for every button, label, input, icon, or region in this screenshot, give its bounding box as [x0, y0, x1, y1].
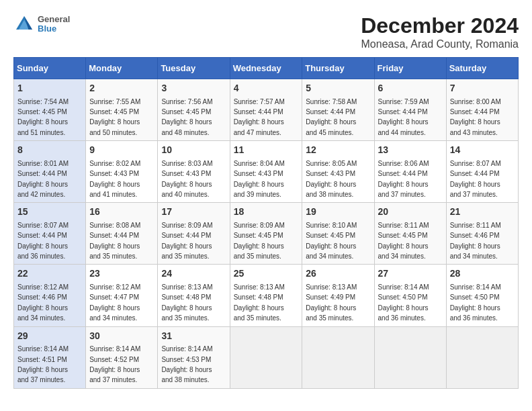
day-number: 31 — [161, 330, 226, 343]
day-info: Sunrise: 8:14 AM Sunset: 4:50 PM Dayligh… — [378, 283, 429, 322]
calendar-day-17: 17Sunrise: 8:09 AM Sunset: 4:44 PM Dayli… — [158, 203, 230, 265]
day-number: 30 — [89, 330, 154, 343]
day-number: 19 — [306, 205, 370, 219]
day-number: 7 — [450, 82, 515, 95]
day-info: Sunrise: 7:59 AM Sunset: 4:44 PM Dayligh… — [378, 98, 429, 136]
day-number: 23 — [89, 267, 154, 281]
calendar-week-2: 8Sunrise: 8:01 AM Sunset: 4:44 PM Daylig… — [14, 141, 519, 203]
day-info: Sunrise: 8:10 AM Sunset: 4:45 PM Dayligh… — [306, 222, 357, 260]
logo-line2: Blue — [38, 24, 70, 34]
calendar-day-3: 3Sunrise: 7:56 AM Sunset: 4:45 PM Daylig… — [158, 79, 230, 141]
day-info: Sunrise: 8:05 AM Sunset: 4:43 PM Dayligh… — [306, 160, 357, 198]
calendar-day-30: 30Sunrise: 8:14 AM Sunset: 4:52 PM Dayli… — [86, 326, 158, 388]
day-number: 14 — [450, 144, 515, 157]
day-number: 2 — [89, 82, 154, 95]
calendar-day-28: 28Sunrise: 8:14 AM Sunset: 4:50 PM Dayli… — [446, 265, 518, 326]
calendar-header-row: SundayMondayTuesdayWednesdayThursdayFrid… — [14, 58, 519, 79]
day-number: 6 — [378, 82, 443, 95]
calendar-week-1: 1Sunrise: 7:54 AM Sunset: 4:45 PM Daylig… — [14, 79, 519, 141]
calendar-day-25: 25Sunrise: 8:13 AM Sunset: 4:48 PM Dayli… — [230, 265, 302, 326]
logo: General Blue — [13, 13, 70, 35]
logo-text: General Blue — [38, 15, 70, 34]
column-header-monday: Monday — [86, 58, 158, 79]
calendar-day-29: 29Sunrise: 8:14 AM Sunset: 4:51 PM Dayli… — [14, 326, 86, 388]
day-number: 3 — [161, 82, 226, 95]
day-number: 28 — [450, 267, 515, 281]
calendar-table: SundayMondayTuesdayWednesdayThursdayFrid… — [13, 57, 519, 389]
day-number: 18 — [234, 205, 299, 219]
day-number: 17 — [161, 205, 226, 219]
day-info: Sunrise: 8:07 AM Sunset: 4:44 PM Dayligh… — [17, 222, 69, 260]
day-number: 27 — [378, 267, 443, 281]
calendar-day-4: 4Sunrise: 7:57 AM Sunset: 4:44 PM Daylig… — [230, 79, 302, 141]
day-info: Sunrise: 8:11 AM Sunset: 4:46 PM Dayligh… — [450, 222, 501, 260]
calendar-day-10: 10Sunrise: 8:03 AM Sunset: 4:43 PM Dayli… — [158, 141, 230, 203]
calendar-day-31: 31Sunrise: 8:14 AM Sunset: 4:53 PM Dayli… — [158, 326, 230, 388]
day-number: 8 — [17, 144, 82, 157]
day-info: Sunrise: 8:12 AM Sunset: 4:46 PM Dayligh… — [17, 283, 69, 322]
empty-cell — [374, 326, 446, 388]
day-info: Sunrise: 8:14 AM Sunset: 4:53 PM Dayligh… — [161, 345, 212, 383]
calendar-day-23: 23Sunrise: 8:12 AM Sunset: 4:47 PM Dayli… — [86, 265, 158, 326]
calendar-day-16: 16Sunrise: 8:08 AM Sunset: 4:44 PM Dayli… — [86, 203, 158, 265]
day-number: 29 — [17, 330, 82, 343]
day-number: 15 — [17, 205, 82, 219]
day-number: 13 — [378, 144, 443, 157]
day-number: 22 — [17, 267, 82, 281]
day-info: Sunrise: 7:56 AM Sunset: 4:45 PM Dayligh… — [161, 98, 212, 136]
day-info: Sunrise: 8:14 AM Sunset: 4:52 PM Dayligh… — [89, 345, 140, 383]
day-info: Sunrise: 8:11 AM Sunset: 4:45 PM Dayligh… — [378, 222, 429, 260]
empty-cell — [230, 326, 302, 388]
day-info: Sunrise: 8:02 AM Sunset: 4:43 PM Dayligh… — [89, 160, 140, 198]
column-header-saturday: Saturday — [446, 58, 518, 79]
calendar-day-22: 22Sunrise: 8:12 AM Sunset: 4:46 PM Dayli… — [14, 265, 86, 326]
day-number: 4 — [234, 82, 299, 95]
calendar-day-27: 27Sunrise: 8:14 AM Sunset: 4:50 PM Dayli… — [374, 265, 446, 326]
day-number: 20 — [378, 205, 443, 219]
day-info: Sunrise: 8:12 AM Sunset: 4:47 PM Dayligh… — [89, 283, 140, 322]
day-number: 12 — [306, 144, 370, 157]
logo-line1: General — [38, 15, 70, 24]
calendar-body: 1Sunrise: 7:54 AM Sunset: 4:45 PM Daylig… — [14, 79, 519, 389]
calendar-day-8: 8Sunrise: 8:01 AM Sunset: 4:44 PM Daylig… — [14, 141, 86, 203]
empty-cell — [446, 326, 518, 388]
calendar-day-11: 11Sunrise: 8:04 AM Sunset: 4:43 PM Dayli… — [230, 141, 302, 203]
calendar-day-6: 6Sunrise: 7:59 AM Sunset: 4:44 PM Daylig… — [374, 79, 446, 141]
empty-cell — [302, 326, 374, 388]
calendar-day-18: 18Sunrise: 8:09 AM Sunset: 4:45 PM Dayli… — [230, 203, 302, 265]
calendar-week-4: 22Sunrise: 8:12 AM Sunset: 4:46 PM Dayli… — [14, 265, 519, 326]
calendar-day-21: 21Sunrise: 8:11 AM Sunset: 4:46 PM Dayli… — [446, 203, 518, 265]
day-info: Sunrise: 7:57 AM Sunset: 4:44 PM Dayligh… — [234, 98, 285, 136]
day-info: Sunrise: 7:58 AM Sunset: 4:44 PM Dayligh… — [306, 98, 357, 136]
title-block: December 2024 Moneasa, Arad County, Roma… — [361, 13, 519, 50]
day-number: 21 — [450, 205, 515, 219]
day-info: Sunrise: 8:13 AM Sunset: 4:48 PM Dayligh… — [234, 283, 285, 322]
page-subtitle: Moneasa, Arad County, Romania — [361, 38, 519, 50]
calendar-day-26: 26Sunrise: 8:13 AM Sunset: 4:49 PM Dayli… — [302, 265, 374, 326]
column-header-sunday: Sunday — [14, 58, 86, 79]
day-info: Sunrise: 8:09 AM Sunset: 4:44 PM Dayligh… — [161, 222, 212, 260]
day-info: Sunrise: 8:13 AM Sunset: 4:48 PM Dayligh… — [161, 283, 212, 322]
day-number: 9 — [89, 144, 154, 157]
column-header-friday: Friday — [374, 58, 446, 79]
calendar-day-19: 19Sunrise: 8:10 AM Sunset: 4:45 PM Dayli… — [302, 203, 374, 265]
calendar-day-7: 7Sunrise: 8:00 AM Sunset: 4:44 PM Daylig… — [446, 79, 518, 141]
day-info: Sunrise: 8:01 AM Sunset: 4:44 PM Dayligh… — [17, 160, 69, 198]
column-header-thursday: Thursday — [302, 58, 374, 79]
day-info: Sunrise: 7:54 AM Sunset: 4:45 PM Dayligh… — [17, 98, 69, 136]
day-info: Sunrise: 8:14 AM Sunset: 4:50 PM Dayligh… — [450, 283, 501, 322]
day-info: Sunrise: 8:04 AM Sunset: 4:43 PM Dayligh… — [234, 160, 285, 198]
calendar-day-5: 5Sunrise: 7:58 AM Sunset: 4:44 PM Daylig… — [302, 79, 374, 141]
calendar-week-5: 29Sunrise: 8:14 AM Sunset: 4:51 PM Dayli… — [14, 326, 519, 388]
column-header-tuesday: Tuesday — [158, 58, 230, 79]
calendar-day-13: 13Sunrise: 8:06 AM Sunset: 4:44 PM Dayli… — [374, 141, 446, 203]
day-number: 26 — [306, 267, 370, 281]
calendar-week-3: 15Sunrise: 8:07 AM Sunset: 4:44 PM Dayli… — [14, 203, 519, 265]
day-number: 11 — [234, 144, 299, 157]
calendar-day-2: 2Sunrise: 7:55 AM Sunset: 4:45 PM Daylig… — [86, 79, 158, 141]
day-number: 16 — [89, 205, 154, 219]
day-info: Sunrise: 7:55 AM Sunset: 4:45 PM Dayligh… — [89, 98, 140, 136]
calendar-day-20: 20Sunrise: 8:11 AM Sunset: 4:45 PM Dayli… — [374, 203, 446, 265]
calendar-day-24: 24Sunrise: 8:13 AM Sunset: 4:48 PM Dayli… — [158, 265, 230, 326]
day-info: Sunrise: 8:13 AM Sunset: 4:49 PM Dayligh… — [306, 283, 357, 322]
